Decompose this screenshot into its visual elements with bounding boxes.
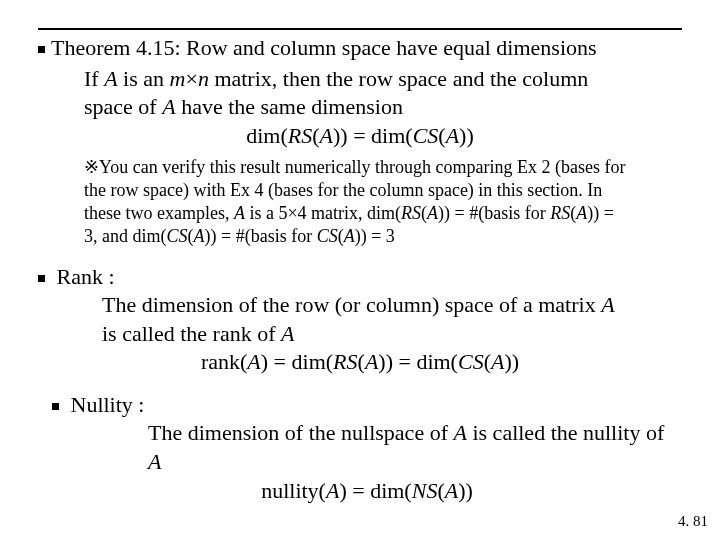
note-line-2: the row space) with Ex 4 (bases for the … [84, 180, 602, 200]
slide-content: Theorem 4.15: Row and column space have … [38, 34, 682, 505]
cross-symbol: × [185, 66, 197, 91]
text: )) = #(basis for [438, 203, 550, 223]
square-bullet-icon [38, 46, 45, 53]
var-A: A [601, 292, 614, 317]
nullity-heading: Nullity : [71, 392, 145, 417]
text: is called the nullity of [467, 420, 664, 445]
var-A: A [194, 226, 205, 246]
text: ( [438, 123, 445, 148]
var-A: A [326, 478, 339, 503]
note-block: ※You can verify this result numerically … [84, 156, 676, 248]
var-A: A [365, 349, 378, 374]
nullity-line-1: The dimension of the nullspace of A is c… [148, 419, 682, 476]
var-A: A [427, 203, 438, 223]
var-A: A [320, 123, 333, 148]
rs: RS [333, 349, 357, 374]
cs: CS [413, 123, 439, 148]
square-bullet-icon [52, 403, 59, 410]
text: ( [358, 349, 365, 374]
horizontal-rule [38, 28, 682, 30]
text: is a 5×4 matrix, dim( [245, 203, 401, 223]
text: If [84, 66, 104, 91]
note-line-1: You can verify this result numerically t… [99, 157, 626, 177]
text: is called the rank of [102, 321, 281, 346]
rank-heading: Rank : [57, 264, 115, 289]
nullity-heading-line: Nullity : [52, 391, 682, 420]
var-A: A [344, 226, 355, 246]
text: )) = dim( [333, 123, 413, 148]
text: nullity( [261, 478, 326, 503]
cs: CS [317, 226, 338, 246]
text: is an [118, 66, 170, 91]
var-A: A [281, 321, 294, 346]
text: ( [437, 478, 444, 503]
rs: RS [401, 203, 421, 223]
var-A: A [162, 94, 175, 119]
var-m: m [170, 66, 186, 91]
text: The dimension of the row (or column) spa… [102, 292, 601, 317]
text: 3, and dim( [84, 226, 167, 246]
text: ) = dim( [261, 349, 333, 374]
page-number: 4. 81 [678, 513, 708, 530]
theorem-equation: dim(RS(A)) = dim(CS(A)) [38, 122, 682, 151]
var-A: A [446, 123, 459, 148]
var-A: A [453, 420, 466, 445]
var-A: A [491, 349, 504, 374]
text: dim( [246, 123, 288, 148]
theorem-body-1: If A is an m×n matrix, then the row spac… [84, 65, 682, 94]
square-bullet-icon [38, 275, 45, 282]
text: )) = [587, 203, 614, 223]
var-n: n [198, 66, 209, 91]
nullity-equation: nullity(A) = dim(NS(A)) [52, 477, 682, 506]
rank-line-2: is called the rank of A [102, 320, 682, 349]
text: The dimension of the nullspace of [148, 420, 453, 445]
var-A: A [148, 449, 161, 474]
text: )) = 3 [355, 226, 395, 246]
rank-heading-line: Rank : [38, 263, 682, 292]
theorem-title: Theorem 4.15: Row and column space have … [51, 35, 597, 60]
rank-block: Rank : The dimension of the row (or colu… [38, 263, 682, 377]
theorem-title-line: Theorem 4.15: Row and column space have … [38, 34, 682, 63]
nullity-block: Nullity : The dimension of the nullspace… [52, 391, 682, 505]
text: rank( [201, 349, 247, 374]
text: )) = dim( [378, 349, 458, 374]
var-A: A [576, 203, 587, 223]
rs: RS [288, 123, 312, 148]
note-mark: ※ [84, 157, 99, 177]
text: ( [484, 349, 491, 374]
var-A: A [247, 349, 260, 374]
text: )) [504, 349, 519, 374]
text: ( [312, 123, 319, 148]
theorem-body-2: space of A have the same dimension [84, 93, 682, 122]
text: ) = dim( [339, 478, 411, 503]
text: )) = #(basis for [205, 226, 317, 246]
text: )) [458, 478, 473, 503]
var-A: A [445, 478, 458, 503]
rs: RS [550, 203, 570, 223]
ns: NS [412, 478, 438, 503]
var-A: A [234, 203, 245, 223]
text: have the same dimension [176, 94, 403, 119]
cs: CS [458, 349, 484, 374]
text: )) [459, 123, 474, 148]
cs: CS [167, 226, 188, 246]
var-A: A [104, 66, 117, 91]
rank-equation: rank(A) = dim(RS(A)) = dim(CS(A)) [38, 348, 682, 377]
rank-line-1: The dimension of the row (or column) spa… [102, 291, 682, 320]
text: matrix, then the row space and the colum… [209, 66, 588, 91]
text: these two examples, [84, 203, 234, 223]
text: space of [84, 94, 162, 119]
